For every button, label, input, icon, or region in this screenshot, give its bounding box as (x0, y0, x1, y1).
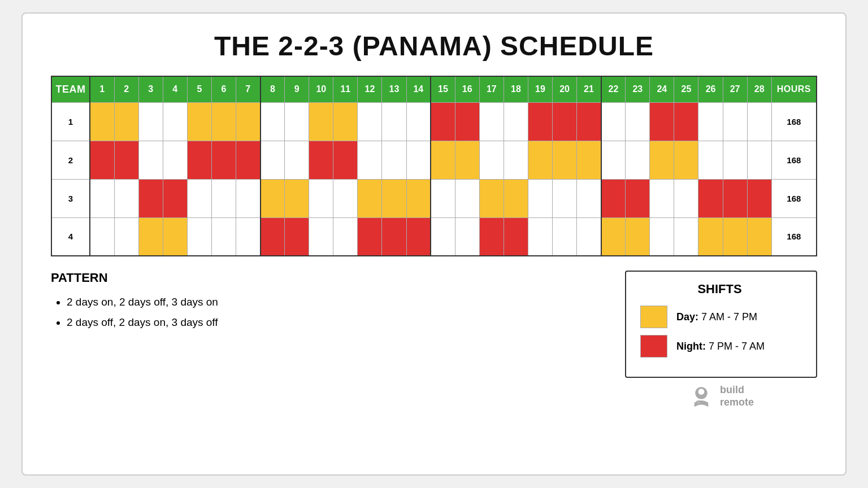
table-row-1: 1168 (51, 102, 817, 141)
cell-team4-day7 (236, 217, 261, 256)
pattern-title: PATTERN (51, 271, 625, 285)
cell-team4-day14 (406, 217, 431, 256)
cell-team2-day1 (90, 141, 114, 179)
cell-team1-day3 (138, 102, 163, 141)
cell-team4-day11 (333, 217, 358, 256)
cell-team3-day1 (90, 179, 114, 217)
day-header-18: 18 (504, 76, 528, 102)
cell-team3-day19 (528, 179, 552, 217)
cell-team3-day17 (479, 179, 504, 217)
cell-team1-day7 (236, 102, 261, 141)
day-label: Day: 7 AM - 7 PM (676, 311, 757, 323)
cell-team2-day9 (285, 141, 309, 179)
cell-team2-day19 (528, 141, 552, 179)
cell-team3-day10 (309, 179, 333, 217)
day-header-12: 12 (358, 76, 382, 102)
cell-team2-day28 (747, 141, 771, 179)
cell-team2-day5 (187, 141, 211, 179)
schedule-table: TEAM123456789101112131415161718192021222… (51, 76, 817, 256)
cell-team1-day20 (553, 102, 577, 141)
day-header-27: 27 (723, 76, 747, 102)
cell-team1-day8 (261, 102, 285, 141)
cell-team2-day8 (261, 141, 285, 179)
legend-day-item: Day: 7 AM - 7 PM (640, 306, 799, 328)
cell-team4-day15 (431, 217, 455, 256)
cell-team4-day20 (553, 217, 577, 256)
cell-team4-day28 (747, 217, 771, 256)
cell-team2-day23 (626, 141, 650, 179)
cell-team3-day2 (114, 179, 138, 217)
cell-team1-day6 (211, 102, 236, 141)
bottom-section: PATTERN 2 days on, 2 days off, 3 days on… (51, 271, 817, 409)
build-remote-logo-icon (688, 384, 714, 409)
day-header-24: 24 (650, 76, 674, 102)
day-header-5: 5 (187, 76, 211, 102)
day-header-8: 8 (261, 76, 285, 102)
cell-team1-day27 (723, 102, 747, 141)
cell-team4-day16 (455, 217, 479, 256)
cell-team2-day15 (431, 141, 455, 179)
cell-team4-day17 (479, 217, 504, 256)
cell-team1-day22 (601, 102, 626, 141)
cell-team1-day1 (90, 102, 114, 141)
cell-team1-day21 (577, 102, 601, 141)
legend-box: SHIFTS Day: 7 AM - 7 PM Night: 7 PM - 7 … (625, 271, 817, 378)
cell-team4-day8 (261, 217, 285, 256)
cell-team3-day11 (333, 179, 358, 217)
cell-team1-day5 (187, 102, 211, 141)
cell-team4-day12 (358, 217, 382, 256)
cell-team1-day24 (650, 102, 674, 141)
cell-team2-day10 (309, 141, 333, 179)
cell-team4-day3 (138, 217, 163, 256)
table-row-3: 3168 (51, 179, 817, 217)
cell-team2-day13 (382, 141, 406, 179)
table-row-2: 2168 (51, 141, 817, 179)
cell-team1-day26 (698, 102, 723, 141)
cell-team1-day9 (285, 102, 309, 141)
cell-team1-day16 (455, 102, 479, 141)
cell-team1-day15 (431, 102, 455, 141)
cell-team3-day6 (211, 179, 236, 217)
table-body: 1168216831684168 (51, 102, 817, 256)
cell-team3-day24 (650, 179, 674, 217)
cell-team3-day26 (698, 179, 723, 217)
team-cell-3: 3 (51, 179, 90, 217)
cell-team4-day2 (114, 217, 138, 256)
cell-team4-day26 (698, 217, 723, 256)
cell-team4-day10 (309, 217, 333, 256)
logo-container: build remote (688, 384, 754, 409)
day-header-10: 10 (309, 76, 333, 102)
cell-team1-day13 (382, 102, 406, 141)
cell-team4-day13 (382, 217, 406, 256)
day-swatch (640, 306, 667, 328)
cell-team3-day21 (577, 179, 601, 217)
cell-team1-day2 (114, 102, 138, 141)
day-header-20: 20 (553, 76, 577, 102)
team-cell-1: 1 (51, 102, 90, 141)
cell-team2-day22 (601, 141, 626, 179)
page-title: THE 2-2-3 (PANAMA) SCHEDULE (51, 30, 817, 62)
cell-team3-day9 (285, 179, 309, 217)
cell-team2-day26 (698, 141, 723, 179)
team-cell-2: 2 (51, 141, 90, 179)
cell-team1-day10 (309, 102, 333, 141)
team-column-header: TEAM (51, 76, 90, 102)
cell-team2-day25 (674, 141, 698, 179)
day-header-3: 3 (138, 76, 163, 102)
cell-team1-day25 (674, 102, 698, 141)
cell-team1-day14 (406, 102, 431, 141)
day-header-26: 26 (698, 76, 723, 102)
day-header-23: 23 (626, 76, 650, 102)
cell-team2-day16 (455, 141, 479, 179)
legend-night-item: Night: 7 PM - 7 AM (640, 335, 799, 358)
cell-team4-day19 (528, 217, 552, 256)
main-card: THE 2-2-3 (PANAMA) SCHEDULE TEAM12345678… (21, 12, 847, 476)
cell-team2-day24 (650, 141, 674, 179)
cell-team3-day22 (601, 179, 626, 217)
day-header-17: 17 (479, 76, 504, 102)
day-header-11: 11 (333, 76, 358, 102)
day-header-9: 9 (285, 76, 309, 102)
cell-team4-day6 (211, 217, 236, 256)
cell-team4-day24 (650, 217, 674, 256)
cell-team2-day12 (358, 141, 382, 179)
